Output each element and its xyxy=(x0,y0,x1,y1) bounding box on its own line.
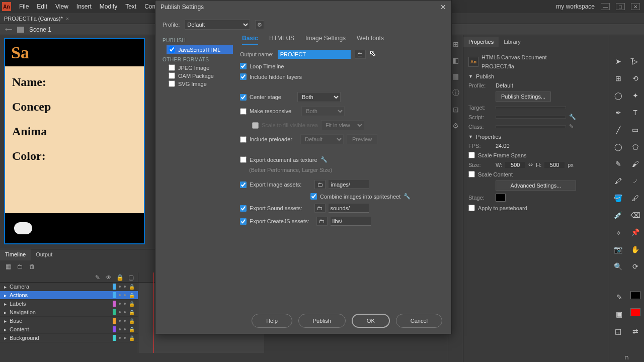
section-publish[interactable]: ▼Publish xyxy=(468,73,604,79)
magic-wand-icon[interactable]: ✦ xyxy=(629,89,641,102)
link-icon[interactable]: ⇔ xyxy=(528,161,533,168)
components-icon[interactable]: ⚙ xyxy=(452,122,459,130)
wrench-icon[interactable]: 🔧 xyxy=(404,193,411,200)
menu-edit[interactable]: Edit xyxy=(33,1,51,12)
center-stage-select[interactable]: Both xyxy=(297,92,341,102)
loop-timeline-checkbox[interactable] xyxy=(240,63,247,69)
include-preloader-checkbox[interactable] xyxy=(240,136,247,143)
color-icon[interactable]: ◧ xyxy=(452,56,459,64)
export-image-assets-checkbox[interactable] xyxy=(240,182,247,188)
format-jpeg[interactable]: JPEG Image xyxy=(169,64,233,71)
rotation-tool-icon[interactable]: ⟳ xyxy=(629,260,641,273)
tab-properties[interactable]: Properties xyxy=(463,37,499,47)
tab-output[interactable]: Output xyxy=(31,249,57,260)
oval-tool-icon[interactable]: ◯ xyxy=(612,141,624,153)
sound-path-input[interactable] xyxy=(329,204,369,213)
menu-text[interactable]: Text xyxy=(121,1,140,12)
hand-tool-icon[interactable]: ✋ xyxy=(629,243,641,255)
layer-row[interactable]: ▸Camera 🔒 xyxy=(0,283,138,291)
menu-modify[interactable]: Modify xyxy=(96,1,121,12)
stage-color-swatch[interactable] xyxy=(496,194,506,202)
3d-rotation-icon[interactable]: ⟲ xyxy=(629,72,641,84)
profile-select[interactable]: Default xyxy=(185,20,250,30)
lock-icon[interactable]: 🔒 xyxy=(116,274,124,282)
make-responsive-checkbox[interactable] xyxy=(240,108,247,115)
format-js-html[interactable]: JavaScript/HTML xyxy=(167,45,233,54)
free-transform-icon[interactable]: ⊞ xyxy=(612,72,624,84)
zoom-tool-icon[interactable]: 🔍 xyxy=(612,260,624,273)
eraser-tool-icon[interactable]: ⌫ xyxy=(629,209,641,221)
pen-tool-icon[interactable]: ✒ xyxy=(612,107,624,119)
pencil-tool-icon[interactable]: ✎ xyxy=(612,158,624,170)
help-button[interactable]: Help xyxy=(252,314,292,328)
new-layer-icon[interactable]: ▦ xyxy=(4,262,12,270)
image-folder-icon[interactable]: 🗀 xyxy=(314,180,326,189)
scene-name[interactable]: Scene 1 xyxy=(29,26,51,33)
cancel-button[interactable]: Cancel xyxy=(396,314,442,328)
rectangle-tool-icon[interactable]: ▭ xyxy=(629,124,641,136)
text-tool-icon[interactable]: T xyxy=(629,107,641,119)
document-tab[interactable]: PROJECT.fla (Canvas)* × xyxy=(4,16,69,22)
libs-path-input[interactable] xyxy=(331,217,371,226)
browse-folder-icon[interactable]: 🗀 xyxy=(355,50,366,59)
publish-button[interactable]: Publish xyxy=(298,314,346,328)
scale-frame-spans-checkbox[interactable] xyxy=(468,152,475,158)
export-texture-checkbox[interactable] xyxy=(240,156,247,163)
minimize-button[interactable]: — xyxy=(601,3,610,10)
pasteboard-checkbox[interactable] xyxy=(468,205,475,211)
new-folder-icon[interactable]: 🗀 xyxy=(16,262,24,270)
fill-color-icon[interactable]: ▣ xyxy=(613,308,625,320)
layer-row[interactable]: ▸Content 🔒 xyxy=(0,325,138,334)
close-button[interactable]: ✕ xyxy=(631,3,640,10)
height-input[interactable]: 500 xyxy=(544,162,565,168)
publish-settings-button[interactable]: Publish Settings... xyxy=(496,92,551,102)
advanced-settings-button[interactable]: Advanced Settings... xyxy=(496,180,576,191)
fps-value[interactable]: 24.00 xyxy=(496,143,510,149)
ink-bottle-icon[interactable]: 🖋 xyxy=(629,192,641,204)
layer-row[interactable]: ▸Navigation 🔒 xyxy=(0,308,138,317)
layer-row[interactable]: ▸Labels 🔒 xyxy=(0,300,138,308)
format-oam[interactable]: OAM Package xyxy=(169,72,233,79)
sound-folder-icon[interactable]: 🗀 xyxy=(314,204,326,213)
line-tool-icon[interactable]: ╱ xyxy=(612,124,624,136)
tab-timeline[interactable]: Timeline xyxy=(0,249,31,260)
layer-row[interactable]: ▸Actions 🔒 xyxy=(0,291,138,300)
menu-insert[interactable]: Insert xyxy=(72,1,96,12)
gear-icon[interactable]: ⚙ xyxy=(255,20,264,29)
dialog-titlebar[interactable]: Publish Settings ✕ xyxy=(155,1,451,14)
playhead[interactable] xyxy=(153,273,154,353)
scale-content-checkbox[interactable] xyxy=(468,171,475,177)
stroke-swatch[interactable] xyxy=(630,291,640,299)
output-name-input[interactable] xyxy=(278,50,351,59)
tab-image-settings[interactable]: Image Settings xyxy=(305,35,346,45)
paint-bucket-icon[interactable]: 🪣 xyxy=(612,192,624,204)
asset-warp-icon[interactable]: 📌 xyxy=(629,226,641,238)
workspace-label[interactable]: my workspace xyxy=(556,3,595,10)
ok-button[interactable]: OK xyxy=(352,314,390,328)
layer-row[interactable]: ▸Background 🔒 xyxy=(0,334,138,342)
tab-library[interactable]: Library xyxy=(499,37,526,47)
close-icon[interactable]: × xyxy=(66,16,69,22)
include-hidden-checkbox[interactable] xyxy=(240,73,247,80)
visibility-icon[interactable]: 👁 xyxy=(105,274,113,282)
stroke-color-icon[interactable]: ✎ xyxy=(613,291,625,303)
maximize-button[interactable]: □ xyxy=(616,3,625,10)
paint-brush-icon[interactable]: 🖍 xyxy=(612,175,624,187)
combine-spritesheet-checkbox[interactable] xyxy=(310,193,317,200)
wrench-icon[interactable]: 🔧 xyxy=(320,156,328,163)
fill-swatch[interactable] xyxy=(630,308,640,316)
align-icon[interactable]: ⊞ xyxy=(453,40,459,48)
highlight-icon[interactable]: ✎ xyxy=(94,274,102,282)
dialog-close-icon[interactable]: ✕ xyxy=(440,3,446,11)
swap-colors-icon[interactable]: ⇄ xyxy=(629,325,641,337)
info-icon[interactable]: ⓘ xyxy=(452,88,459,98)
camera-tool-icon[interactable]: 📷 xyxy=(612,243,624,255)
image-path-input[interactable] xyxy=(329,180,369,189)
eyedropper-icon[interactable]: 💉 xyxy=(612,209,624,221)
snap-to-object-icon[interactable]: ∩ xyxy=(621,352,633,362)
export-sound-assets-checkbox[interactable] xyxy=(240,205,247,212)
libs-folder-icon[interactable]: 🗀 xyxy=(316,217,328,226)
back-icon[interactable]: ⟵ xyxy=(5,27,12,32)
menu-view[interactable]: View xyxy=(51,1,72,12)
brush-tool-icon[interactable]: 🖌 xyxy=(629,158,641,170)
